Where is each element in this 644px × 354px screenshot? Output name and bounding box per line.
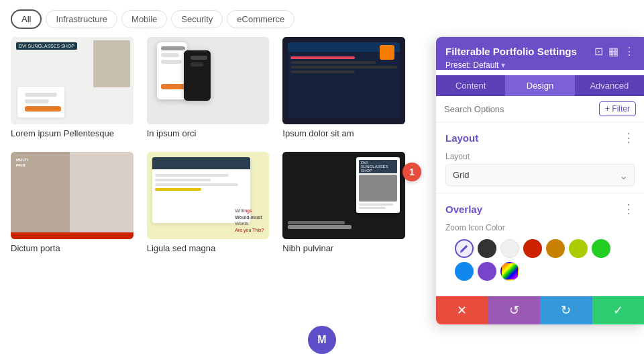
panel-header: Filterable Portfolio Settings ⊡ ▦ ⋮ Pres… xyxy=(436,37,644,70)
portfolio-thumb-1[interactable]: DVI SUNGLASSES SHOP xyxy=(11,37,133,124)
undo-button[interactable]: ↺ xyxy=(488,296,541,324)
settings-panel: Filterable Portfolio Settings ⊡ ▦ ⋮ Pres… xyxy=(436,37,644,324)
layout-section-title: Layout xyxy=(445,132,478,144)
thumb-card xyxy=(17,87,64,118)
panel-preset[interactable]: Preset: Default ▾ xyxy=(445,60,635,70)
search-filter-row: + Filter xyxy=(436,96,644,122)
list-item: Writings Would-must Words Are you This? … xyxy=(147,152,270,253)
portfolio-caption: Dictum porta xyxy=(11,243,133,253)
thumb-phone1 xyxy=(157,42,187,99)
panel-tabs: Content Design Advanced xyxy=(436,75,644,96)
layout-field-label: Layout xyxy=(445,152,635,161)
color-swatch-yellow-green[interactable] xyxy=(569,239,588,258)
list-item: DVI SUNGLASSES SHOP Nibh pulvinar xyxy=(282,152,405,253)
layout-select-wrapper: Grid Masonry Fullwidth xyxy=(445,164,635,186)
color-swatch-green[interactable] xyxy=(592,239,610,258)
overlay-section-title: Overlay xyxy=(445,204,482,215)
tab-design[interactable]: Design xyxy=(505,75,574,96)
search-input[interactable] xyxy=(444,104,595,114)
portfolio-caption: In ipsum orci xyxy=(147,128,270,138)
panel-preset-label: Preset: xyxy=(445,60,471,70)
layout-section-header: Layout ⋮ xyxy=(436,122,644,149)
filter-tabs: All Infrastructure Mobile Security eComm… xyxy=(0,0,644,37)
save-button[interactable]: ✓ xyxy=(592,296,645,324)
cancel-button[interactable]: ✕ xyxy=(436,296,488,324)
panel-title-row: Filterable Portfolio Settings ⊡ ▦ ⋮ xyxy=(445,45,635,58)
thumb-phone2 xyxy=(184,50,211,101)
list-item: DVI SUNGLASSES SHOP Lorem ipsum Pellente… xyxy=(11,37,133,138)
portfolio-thumb-5[interactable]: Writings Would-must Words Are you This? xyxy=(147,152,270,239)
panel-body: + Filter Layout ⋮ Layout Grid Masonry Fu… xyxy=(436,96,644,324)
avatar-initials: M xyxy=(317,334,326,346)
panel-title: Filterable Portfolio Settings xyxy=(445,46,577,57)
portfolio-caption: Ipsum dolor sit am xyxy=(282,128,405,138)
color-swatch-light[interactable] xyxy=(500,239,519,258)
portfolio-caption: Ligula sed magna xyxy=(147,243,270,253)
layout-menu-icon[interactable]: ⋮ xyxy=(623,130,635,145)
color-swatch-blue[interactable] xyxy=(455,262,474,281)
panel-icon-grid[interactable]: ▦ xyxy=(608,45,619,58)
color-swatch-custom[interactable] xyxy=(500,262,519,281)
filter-button[interactable]: + Filter xyxy=(599,101,636,116)
list-item: In ipsum orci xyxy=(147,37,270,138)
tab-advanced[interactable]: Advanced xyxy=(575,75,644,96)
color-swatch-gold[interactable] xyxy=(546,239,565,258)
color-swatch-dark[interactable] xyxy=(478,239,496,258)
panel-icon-responsive[interactable]: ⊡ xyxy=(594,45,603,58)
avatar[interactable]: M xyxy=(308,326,336,354)
portfolio-thumb-2[interactable] xyxy=(147,37,270,124)
portfolio-thumb-6[interactable]: DVI SUNGLASSES SHOP xyxy=(282,152,405,239)
overlay-section: Overlay ⋮ Zoom Icon Color xyxy=(436,193,644,296)
tab-all[interactable]: All xyxy=(11,9,42,29)
accent-square xyxy=(380,45,394,60)
tab-mobile[interactable]: Mobile xyxy=(121,10,167,28)
overlay-section-header: Overlay ⋮ xyxy=(436,193,644,220)
action-bar: ✕ ↺ ↻ ✓ xyxy=(436,296,644,324)
step-badge: 1 xyxy=(402,163,421,181)
zoom-icon-label: Zoom Icon Color xyxy=(445,223,635,232)
list-item: MULTIPAIR Dictum porta xyxy=(11,152,133,253)
panel-header-icons: ⊡ ▦ ⋮ xyxy=(594,45,635,58)
layout-select[interactable]: Grid Masonry Fullwidth xyxy=(445,164,635,186)
tab-content[interactable]: Content xyxy=(436,75,505,96)
pencil-icon xyxy=(460,244,469,253)
panel-icon-more[interactable]: ⋮ xyxy=(624,45,635,58)
portfolio-caption: Lorem ipsum Pellentesque xyxy=(11,128,133,138)
panel-preset-value: Default xyxy=(473,60,498,70)
color-swatch-row xyxy=(445,235,635,289)
thumb-card-dark: DVI SUNGLASSES SHOP xyxy=(356,157,400,213)
portfolio-caption: Nibh pulvinar xyxy=(282,243,405,253)
color-swatch-red[interactable] xyxy=(523,239,542,258)
thumb-tag: DVI SUNGLASSES SHOP xyxy=(16,42,77,50)
tab-infrastructure[interactable]: Infrastructure xyxy=(46,10,117,28)
portfolio-grid: DVI SUNGLASSES SHOP Lorem ipsum Pellente… xyxy=(0,37,416,264)
tab-ecommerce[interactable]: eCommerce xyxy=(227,10,294,28)
overlay-field-group: Zoom Icon Color xyxy=(436,220,644,296)
tab-security[interactable]: Security xyxy=(171,10,223,28)
color-swatch-purple[interactable] xyxy=(478,262,496,281)
portfolio-thumb-3[interactable] xyxy=(282,37,405,124)
portfolio-thumb-4[interactable]: MULTIPAIR xyxy=(11,152,133,239)
color-swatch-pencil[interactable] xyxy=(455,239,474,258)
thumb-image xyxy=(93,40,130,87)
redo-button[interactable]: ↻ xyxy=(540,296,592,324)
overlay-menu-icon[interactable]: ⋮ xyxy=(623,202,635,216)
layout-field-group: Layout Grid Masonry Fullwidth xyxy=(436,149,644,193)
list-item: Ipsum dolor sit am xyxy=(282,37,405,138)
